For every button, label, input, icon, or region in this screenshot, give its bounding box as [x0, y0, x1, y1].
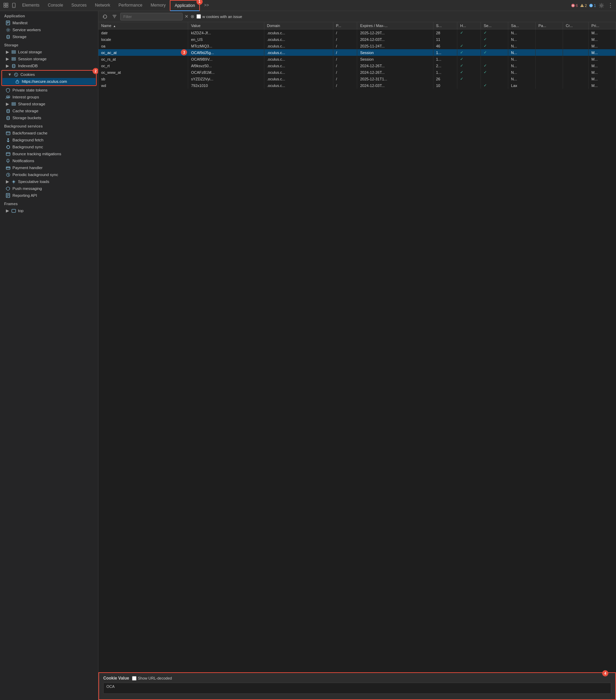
sidebar-item-shared-storage[interactable]: ▶ Shared storage	[0, 100, 98, 107]
cell-samepar	[536, 29, 563, 36]
table-row[interactable]: oc_ac_at3OCAf9dJ5g....oculus.c.../Sessio…	[98, 49, 616, 56]
expand-arrow-icon: ▶	[6, 50, 9, 54]
sidebar: Application Manifest Service workers Sto…	[0, 11, 98, 700]
service-workers-label: Service workers	[12, 28, 41, 32]
svg-rect-26	[12, 59, 16, 60]
sidebar-item-back-forward-cache[interactable]: Back/forward cache	[0, 130, 98, 137]
table-row[interactable]: wd792x1010.oculus.c.../2024-12-03T...10✓…	[98, 82, 616, 89]
th-domain[interactable]: Domain	[264, 22, 333, 29]
warning-badge[interactable]: ! 2	[580, 3, 587, 8]
clear-filter-button[interactable]: ✕	[185, 14, 188, 19]
sidebar-item-interest-groups[interactable]: Interest groups	[0, 94, 98, 100]
interest-groups-label: Interest groups	[12, 95, 39, 99]
mobile-icon[interactable]	[10, 2, 17, 9]
sidebar-item-background-fetch[interactable]: Background fetch	[0, 137, 98, 143]
th-name[interactable]: Name ▲	[98, 22, 188, 29]
th-cross[interactable]: Cr...	[563, 22, 588, 29]
inspect-icon[interactable]	[3, 2, 10, 9]
th-http[interactable]: H...	[457, 22, 481, 29]
sidebar-item-indexeddb[interactable]: ▶ IndexedDB	[0, 62, 98, 69]
sidebar-item-service-workers[interactable]: Service workers	[0, 26, 98, 33]
back-forward-cache-label: Back/forward cache	[12, 131, 47, 135]
tab-elements[interactable]: Elements	[18, 0, 44, 11]
filter-input[interactable]	[120, 13, 183, 20]
more-options-icon[interactable]: ⋮	[608, 2, 613, 9]
th-path[interactable]: P...	[333, 22, 357, 29]
sidebar-item-speculative-loads[interactable]: ▶ Speculative loads	[0, 178, 98, 185]
cell-path: /	[333, 49, 357, 56]
sidebar-item-bounce-tracking[interactable]: Bounce tracking mitigations	[0, 150, 98, 157]
info-badge[interactable]: i 1	[589, 3, 596, 8]
cell-http: ✓	[457, 62, 481, 69]
table-row[interactable]: sbsYZDZ2Vyi....oculus.c.../2025-12-31T1.…	[98, 76, 616, 82]
cell-value: en_US	[188, 36, 264, 43]
filter-icon-btn[interactable]	[111, 14, 118, 19]
sidebar-item-oculus-cookies[interactable]: https://secure.oculus.com	[2, 78, 96, 85]
tab-application[interactable]: Application	[170, 0, 200, 11]
sidebar-item-top-frame[interactable]: ▶ top	[0, 207, 98, 214]
table-row[interactable]: localeen_US.oculus.c.../2024-12-03T...11…	[98, 36, 616, 43]
sidebar-item-background-sync[interactable]: Background sync	[0, 143, 98, 150]
th-samesite[interactable]: Sa...	[508, 22, 536, 29]
svg-point-33	[16, 73, 17, 74]
periodic-sync-icon	[6, 172, 10, 177]
sidebar-item-payment-handler[interactable]: Payment handler	[0, 164, 98, 171]
cell-http: ✓	[457, 49, 481, 56]
cell-domain: .oculus.c...	[264, 82, 333, 89]
filter-bar: ✕ ⊗ w cookies with an issue	[98, 11, 616, 22]
th-size[interactable]: S...	[433, 22, 457, 29]
sidebar-section-storage: Storage	[0, 40, 98, 49]
cell-expires: 2025-12-31T1...	[357, 76, 433, 82]
table-row[interactable]: oaMTczMiQ3....oculus.c.../2025-11-24T...…	[98, 43, 616, 49]
cell-expires: Session	[357, 49, 433, 56]
th-value[interactable]: Value	[188, 22, 264, 29]
svg-rect-23	[12, 51, 16, 52]
th-secure[interactable]: Se...	[481, 22, 508, 29]
table-row[interactable]: oc_rs_atOCAf9B9V....oculus.c.../Session1…	[98, 56, 616, 62]
sidebar-item-notifications[interactable]: Notifications	[0, 157, 98, 164]
clear-all-button[interactable]: ⊗	[191, 14, 194, 19]
cell-name: sb	[98, 76, 188, 82]
error-badge[interactable]: ✕ 6	[571, 3, 578, 8]
cell-cross	[563, 49, 588, 56]
cell-http: ✓	[457, 43, 481, 49]
table-row[interactable]: oc_www_atOCAFzB1M....oculus.c.../2024-12…	[98, 69, 616, 76]
tab-memory[interactable]: Memory	[147, 0, 170, 11]
sidebar-item-private-state-tokens[interactable]: Private state tokens	[0, 87, 98, 94]
tab-console[interactable]: Console	[44, 0, 67, 11]
sidebar-item-local-storage[interactable]: ▶ Local storage	[0, 49, 98, 55]
sidebar-item-session-storage[interactable]: ▶ Session storage	[0, 55, 98, 62]
sidebar-item-storage-buckets[interactable]: Storage buckets	[0, 114, 98, 121]
sidebar-item-storage[interactable]: Storage	[0, 33, 98, 40]
refresh-button[interactable]	[101, 14, 109, 20]
sidebar-item-manifest[interactable]: Manifest	[0, 19, 98, 26]
bell-icon	[6, 158, 10, 163]
sidebar-item-reporting-api[interactable]: Reporting API	[0, 192, 98, 199]
cell-prio: M...	[588, 62, 616, 69]
cell-cross	[563, 76, 588, 82]
sidebar-item-cookies[interactable]: ▼ Cookies	[2, 71, 96, 78]
th-samepar[interactable]: Pa...	[536, 22, 563, 29]
only-label[interactable]: w cookies with an issue	[202, 15, 242, 19]
sidebar-item-cache-storage[interactable]: Cache storage	[0, 107, 98, 114]
th-expires[interactable]: Expires / Max-...	[357, 22, 433, 29]
only-checkbox-input[interactable]	[196, 14, 201, 19]
table-row[interactable]: oc_rtAf9ksvz50....oculus.c.../2024-12-26…	[98, 62, 616, 69]
tab-performance[interactable]: Performance	[114, 0, 147, 11]
settings-icon[interactable]	[598, 2, 605, 9]
cell-domain: .oculus.c...	[264, 76, 333, 82]
cache-storage-label: Cache storage	[12, 109, 38, 113]
sidebar-item-periodic-bg-sync[interactable]: Periodic background sync	[0, 171, 98, 178]
cell-value: OCAf9B9V...	[188, 56, 264, 62]
tab-network[interactable]: Network	[91, 0, 114, 11]
url-decoded-label[interactable]: Show URL-decoded	[138, 676, 172, 680]
tab-sources[interactable]: Sources	[67, 0, 91, 11]
svg-point-18	[6, 28, 10, 32]
th-prio[interactable]: Pri...	[588, 22, 616, 29]
url-decoded-checkbox[interactable]	[132, 676, 137, 681]
table-row[interactable]: datrkIZDZ4-Jf....oculus.c.../2025-12-29T…	[98, 29, 616, 36]
cell-name: oa	[98, 43, 188, 49]
cell-domain: .oculus.c...	[264, 43, 333, 49]
sidebar-item-push-messaging[interactable]: Push messaging	[0, 185, 98, 192]
cell-cross	[563, 56, 588, 62]
